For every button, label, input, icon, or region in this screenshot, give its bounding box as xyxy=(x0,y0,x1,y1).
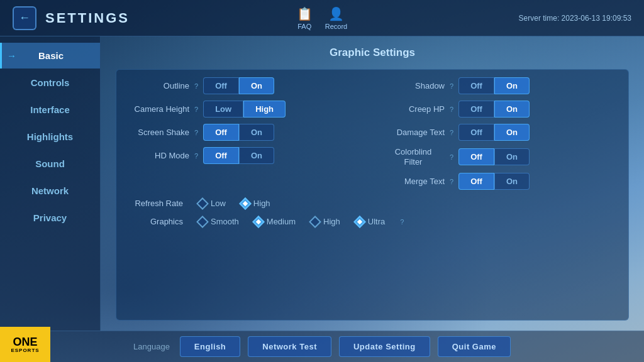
sidebar-item-highlights[interactable]: Highlights xyxy=(0,124,100,150)
screen-shake-on-button[interactable]: On xyxy=(239,124,274,141)
refresh-rate-label: Refresh Rate xyxy=(126,199,183,208)
creep-hp-off-button[interactable]: Off xyxy=(458,101,494,118)
damage-text-help-icon[interactable]: ? xyxy=(450,129,453,136)
logo-esports-text: ESPORTS xyxy=(11,348,39,353)
main-container: ← SETTINGS 📋 FAQ 👤 Record Server time: 2… xyxy=(0,0,644,362)
graphics-row: Graphics Smooth Medium High xyxy=(126,214,618,229)
colorblind-help-icon[interactable]: ? xyxy=(450,153,453,161)
graphics-ultra-radio xyxy=(353,216,366,228)
camera-height-high-button[interactable]: High xyxy=(243,101,286,118)
page-title: SETTINGS xyxy=(45,10,130,26)
camera-height-low-button[interactable]: Low xyxy=(203,101,243,118)
bottom-bar: Language English Network Test Update Set… xyxy=(0,331,644,362)
merge-text-help-icon[interactable]: ? xyxy=(450,178,453,185)
damage-text-label: Damage Text xyxy=(382,128,445,137)
refresh-rate-low-option[interactable]: Low xyxy=(198,199,226,208)
graphics-medium-option[interactable]: Medium xyxy=(254,217,296,226)
creep-hp-on-button[interactable]: On xyxy=(494,101,530,118)
server-time: Server time: 2023-06-13 19:09:53 xyxy=(519,14,631,23)
colorblind-filter-toggle: Off On xyxy=(458,148,530,165)
settings-grid: Outline ? Off On Camera Height ? xyxy=(126,77,618,190)
hd-mode-on-button[interactable]: On xyxy=(239,147,274,164)
camera-height-help-icon[interactable]: ? xyxy=(194,106,198,113)
screen-shake-off-button[interactable]: Off xyxy=(203,124,239,141)
merge-text-on-button[interactable]: On xyxy=(494,173,530,190)
logo-one-text: ONE xyxy=(13,336,37,348)
language-label: Language xyxy=(133,342,170,351)
sidebar-item-sound[interactable]: Sound xyxy=(0,151,100,177)
merge-text-off-button[interactable]: Off xyxy=(458,173,494,190)
creep-hp-label: Creep HP xyxy=(382,104,445,114)
camera-height-label: Camera Height xyxy=(126,104,189,114)
colorblind-filter-label: ColorblindFilter xyxy=(382,147,445,167)
screen-shake-toggle: Off On xyxy=(203,124,274,141)
sidebar-item-network[interactable]: Network xyxy=(0,178,100,204)
back-button[interactable]: ← xyxy=(13,6,36,30)
outline-setting: Outline ? Off On xyxy=(126,77,363,94)
damage-text-setting: Damage Text ? Off On xyxy=(382,124,618,141)
one-esports-logo: ONE ESPORTS xyxy=(0,327,50,362)
outline-off-button[interactable]: Off xyxy=(203,77,239,94)
sidebar: Basic Controls Interface Highlights Soun… xyxy=(0,36,101,331)
outline-on-button[interactable]: On xyxy=(239,77,274,94)
screen-shake-setting: Screen Shake ? Off On xyxy=(126,124,363,141)
colorblind-off-button[interactable]: Off xyxy=(458,148,494,165)
merge-text-toggle: Off On xyxy=(458,173,530,190)
graphics-label: Graphics xyxy=(126,217,183,226)
graphics-smooth-option[interactable]: Smooth xyxy=(198,217,239,226)
merge-text-label: Merge Text xyxy=(382,177,445,186)
record-button[interactable]: 👤 Record xyxy=(325,6,347,30)
colorblind-filter-setting: ColorblindFilter ? Off On xyxy=(382,147,618,167)
creep-hp-setting: Creep HP ? Off On xyxy=(382,101,618,118)
damage-text-on-button[interactable]: On xyxy=(494,124,530,141)
graphics-medium-radio xyxy=(252,216,265,228)
shadow-help-icon[interactable]: ? xyxy=(450,82,453,90)
refresh-rate-high-radio xyxy=(239,197,252,210)
hd-mode-help-icon[interactable]: ? xyxy=(194,152,198,160)
shadow-off-button[interactable]: Off xyxy=(458,77,494,94)
header-icons: 📋 FAQ 👤 Record xyxy=(297,6,347,30)
creep-hp-help-icon[interactable]: ? xyxy=(450,106,453,113)
outline-help-icon[interactable]: ? xyxy=(194,82,198,90)
shadow-label: Shadow xyxy=(382,81,445,90)
sidebar-item-interface[interactable]: Interface xyxy=(0,97,100,123)
graphics-high-radio xyxy=(309,216,321,228)
hd-mode-off-button[interactable]: Off xyxy=(203,147,239,164)
outline-label: Outline xyxy=(126,81,189,90)
colorblind-on-button[interactable]: On xyxy=(494,148,530,165)
camera-height-toggle: Low High xyxy=(203,101,286,118)
graphics-smooth-radio xyxy=(196,216,209,228)
language-button[interactable]: English xyxy=(180,336,240,357)
shadow-setting: Shadow ? Off On xyxy=(382,77,618,94)
graphics-ultra-option[interactable]: Ultra xyxy=(355,217,385,226)
quit-game-button[interactable]: Quit Game xyxy=(438,336,511,357)
refresh-rate-high-option[interactable]: High xyxy=(241,199,270,208)
damage-text-toggle: Off On xyxy=(458,124,530,141)
faq-button[interactable]: 📋 FAQ xyxy=(297,6,313,30)
settings-section: Outline ? Off On Camera Height ? xyxy=(116,69,629,321)
shadow-on-button[interactable]: On xyxy=(494,77,530,94)
sidebar-item-controls[interactable]: Controls xyxy=(0,70,100,96)
creep-hp-toggle: Off On xyxy=(458,101,530,118)
graphics-high-option[interactable]: High xyxy=(311,217,340,226)
hd-mode-setting: HD Mode ? Off On xyxy=(126,147,363,164)
content-area: Basic Controls Interface Highlights Soun… xyxy=(0,36,644,331)
main-panel: Graphic Settings Outline ? Off On xyxy=(101,36,644,331)
merge-text-setting: Merge Text ? Off On xyxy=(382,173,618,190)
faq-icon: 📋 xyxy=(297,6,313,21)
record-icon: 👤 xyxy=(328,6,344,21)
hd-mode-label: HD Mode xyxy=(126,151,189,160)
screen-shake-label: Screen Shake xyxy=(126,128,189,137)
sidebar-item-privacy[interactable]: Privacy xyxy=(0,205,100,231)
screen-shake-help-icon[interactable]: ? xyxy=(194,129,198,136)
camera-height-setting: Camera Height ? Low High xyxy=(126,101,363,118)
refresh-rate-row: Refresh Rate Low High xyxy=(126,196,618,211)
section-title: Graphic Settings xyxy=(116,47,629,59)
header: ← SETTINGS 📋 FAQ 👤 Record Server time: 2… xyxy=(0,0,644,36)
damage-text-off-button[interactable]: Off xyxy=(458,124,494,141)
sidebar-item-basic[interactable]: Basic xyxy=(0,43,100,69)
network-test-button[interactable]: Network Test xyxy=(248,336,331,357)
graphics-help-icon[interactable]: ? xyxy=(400,218,404,226)
outline-toggle: Off On xyxy=(203,77,274,94)
update-setting-button[interactable]: Update Setting xyxy=(339,336,430,357)
